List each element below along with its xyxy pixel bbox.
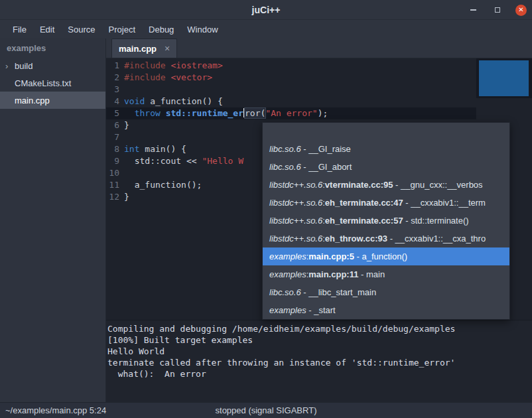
editor-line-1[interactable]: 1#include <iostream> xyxy=(106,60,532,72)
code-token: <iostream> xyxy=(170,60,222,70)
code-token: throw xyxy=(135,108,161,118)
tab-close-icon[interactable]: × xyxy=(165,43,170,54)
file-tree-panel: examples ›buildCMakeLists.txtmain.cpp xyxy=(0,38,106,402)
code-token: std::cout << xyxy=(124,156,202,166)
code-token xyxy=(161,108,166,118)
line-number: 6 xyxy=(106,119,124,131)
minimize-icon xyxy=(470,9,476,11)
frame-module: examples xyxy=(269,269,306,279)
frame-symbol: - __gnu_cxx::__verbos xyxy=(393,180,482,190)
menu-source[interactable]: Source xyxy=(61,25,101,35)
line-code xyxy=(124,84,532,96)
frame-symbol: - __libc_start_main xyxy=(301,287,376,297)
code-token: ror( xyxy=(245,108,265,118)
titlebar: juCi++ ✕ xyxy=(0,0,532,20)
stack-frame-10[interactable]: examples - _start xyxy=(263,301,509,319)
stack-trace-popup: libc.so.6 - __GI_raiselibc.so.6 - __GI_a… xyxy=(262,122,510,320)
editor-overlay-box xyxy=(476,58,532,98)
code-token: a_function() { xyxy=(145,96,222,106)
editor-line-5[interactable]: 5 throw std::runtime_error("An error"); xyxy=(106,107,532,119)
code-token: <vector> xyxy=(170,72,212,82)
stack-frame-6[interactable]: libstdc++.so.6:eh_throw.cc:93 - __cxxabi… xyxy=(263,230,509,247)
tree-item-label: build xyxy=(15,61,33,71)
frame-symbol: - __GI_abort xyxy=(301,162,352,172)
line-number: 8 xyxy=(106,143,124,155)
frame-symbol: - __GI_raise xyxy=(301,144,351,154)
terminal-output[interactable]: Compiling and debugging /home/eidheim/ex… xyxy=(106,320,532,402)
stack-frame-5[interactable]: libstdc++.so.6:eh_terminate.cc:57 - std:… xyxy=(263,212,509,230)
tree-item-label: CMakeLists.txt xyxy=(15,78,71,88)
terminal-line-3: Hello World xyxy=(107,346,532,357)
menu-debug[interactable]: Debug xyxy=(142,25,180,35)
frame-module: libc.so.6 xyxy=(269,287,301,297)
tree-item-build[interactable]: ›build xyxy=(0,57,105,74)
tree-item-cmakelists-txt[interactable]: CMakeLists.txt xyxy=(0,74,105,92)
frame-symbol: - __cxxabiv1::__cxa_thro xyxy=(387,234,486,244)
menu-file[interactable]: File xyxy=(6,25,33,35)
line-code: #include <vector> xyxy=(124,72,532,84)
chevron-right-icon: › xyxy=(5,61,15,71)
tree-item-main-cpp[interactable]: main.cpp xyxy=(0,92,105,109)
code-token: main() { xyxy=(139,144,186,154)
line-number: 9 xyxy=(106,155,124,167)
menu-window[interactable]: Window xyxy=(180,25,224,35)
jucipp-window: juCi++ ✕ FileEditSourceProjectDebugWindo… xyxy=(0,0,532,418)
stack-frame-1[interactable]: libc.so.6 - __GI_raise xyxy=(263,140,509,158)
editor-line-4[interactable]: 4void a_function() { xyxy=(106,96,532,107)
line-number: 1 xyxy=(106,60,124,72)
menubar: FileEditSourceProjectDebugWindow xyxy=(0,20,532,38)
stack-frame-7[interactable]: examples:main.cpp:5 - a_function() xyxy=(263,247,509,265)
terminal-line-1: Compiling and debugging /home/eidheim/ex… xyxy=(107,323,532,334)
editor-line-3[interactable]: 3 xyxy=(106,84,532,96)
terminal-line-2: [100%] Built target examples xyxy=(107,334,532,346)
menu-project[interactable]: Project xyxy=(102,25,142,35)
code-token xyxy=(124,108,135,118)
line-number: 10 xyxy=(106,167,124,179)
line-number: 4 xyxy=(106,96,124,107)
file-position: ~/examples/main.cpp 5:24 xyxy=(5,403,106,418)
editor-line-2[interactable]: 2#include <vector> xyxy=(106,72,532,84)
stack-frame-8[interactable]: examples:main.cpp:11 - main xyxy=(263,265,509,283)
restore-icon xyxy=(495,7,500,13)
stack-frame-9[interactable]: libc.so.6 - __libc_start_main xyxy=(263,283,509,301)
minimize-button[interactable] xyxy=(468,5,479,16)
frame-symbol: - a_function() xyxy=(354,251,407,261)
file-tree-items: ›buildCMakeLists.txtmain.cpp xyxy=(0,57,105,109)
code-token: #include xyxy=(124,72,170,82)
editor-overlay-highlight xyxy=(479,60,529,96)
terminal-line-4: terminate called after throwing an insta… xyxy=(107,357,532,368)
frame-module: examples xyxy=(269,251,306,261)
statusbar: stopped (signal SIGABRT) ~/examples/main… xyxy=(0,402,532,418)
tab-main-cpp[interactable]: main.cpp× xyxy=(111,38,177,58)
frame-module: libc.so.6 xyxy=(269,144,301,154)
tree-item-label: main.cpp xyxy=(15,96,50,105)
line-number: 2 xyxy=(106,72,124,84)
stack-frame-4[interactable]: libstdc++.so.6:eh_terminate.cc:47 - __cx… xyxy=(263,194,509,212)
frame-location: eh_throw.cc:93 xyxy=(325,234,387,244)
line-number: 7 xyxy=(106,131,124,143)
frame-symbol: - main xyxy=(358,269,385,279)
close-icon: ✕ xyxy=(518,7,523,13)
code-token: "An error" xyxy=(265,108,317,118)
frame-symbol: - _start xyxy=(306,305,336,315)
stack-frame-2[interactable]: libc.so.6 - __GI_abort xyxy=(263,158,509,176)
stack-frame-3[interactable]: libstdc++.so.6:vterminate.cc:95 - __gnu_… xyxy=(263,176,509,194)
code-token: void xyxy=(124,96,145,106)
line-number: 11 xyxy=(106,179,124,191)
frame-location: main.cpp:11 xyxy=(308,269,358,279)
close-button[interactable]: ✕ xyxy=(515,5,527,16)
restore-button[interactable] xyxy=(492,5,503,16)
frame-location: eh_terminate.cc:47 xyxy=(325,198,403,208)
menu-edit[interactable]: Edit xyxy=(33,25,61,35)
code-token: } xyxy=(124,120,129,130)
code-token: #include xyxy=(124,60,170,70)
tabbar: main.cpp× xyxy=(106,38,532,58)
frame-location: eh_terminate.cc:57 xyxy=(325,216,403,226)
code-token: } xyxy=(124,192,129,202)
terminal-line-5: what(): An error xyxy=(107,368,532,380)
code-token: ); xyxy=(318,108,328,118)
frame-module: libstdc++.so.6 xyxy=(269,198,322,208)
frame-module: libc.so.6 xyxy=(269,162,301,172)
line-number: 5 xyxy=(106,107,124,119)
frame-symbol: - std::terminate() xyxy=(403,216,469,226)
